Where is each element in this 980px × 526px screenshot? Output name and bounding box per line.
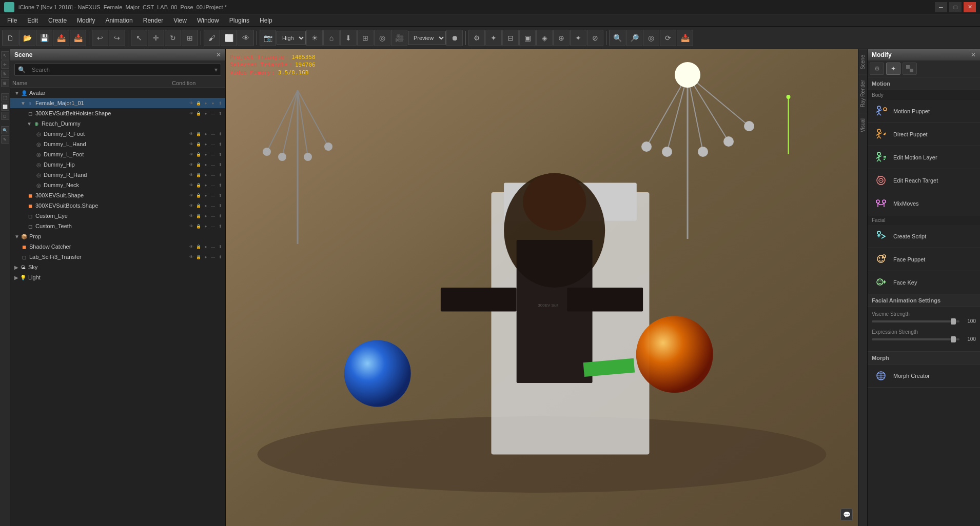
modify-tab-checkerboard[interactable] [903,63,917,75]
quality-dropdown[interactable]: High [277,31,306,45]
tree-boots-shape[interactable]: ◼ 300XEVSuitBoots.Shape 👁 🔒 ● — ⬆ [10,200,225,211]
direct-puppet-button[interactable]: Direct Puppet [868,123,980,146]
tree-lab-transfer[interactable]: ◻ Lab_SciFi3_Transfer 👁 🔒 ● — ⬆ [10,252,225,262]
tree-prop[interactable]: ▼ 📦 Prop [10,231,225,241]
tree-female-major[interactable]: ▼ ♀ Female_Major1_01 👁 🔒 ● ● ⬆ [10,98,225,108]
tab-visual[interactable]: Visual [858,113,867,137]
left-tool-8[interactable]: 🔍 [1,126,9,134]
left-tool-5[interactable]: ⬚ [1,93,9,102]
tree-light[interactable]: ▶ 💡 Light [10,272,225,282]
tree-arrow-reach[interactable]: ▼ [27,121,32,127]
tree-dummy-hip[interactable]: ◎ Dummy_Hip 👁 🔒 ● — ⬆ [10,159,225,170]
paint-button[interactable]: 🖌 [204,30,220,46]
extra5-button[interactable]: 📥 [677,30,693,46]
extra3-button[interactable]: ◎ [643,30,659,46]
anim4-button[interactable]: ▣ [519,30,536,46]
anim2-button[interactable]: ✦ [485,30,502,46]
tree-arrow-female[interactable]: ▼ [21,100,26,106]
morph-creator-button[interactable]: Morph Creator [868,365,980,388]
import-button[interactable]: 📥 [70,30,86,46]
menu-render[interactable]: Render [138,16,168,25]
select-button[interactable]: ↖ [131,30,147,46]
search-input[interactable] [28,65,214,74]
modify-tab-star[interactable]: ✦ [886,63,900,75]
viseme-slider-thumb[interactable] [951,318,956,325]
new-button[interactable]: 🗋 [2,30,18,46]
preview-dropdown[interactable]: Preview [408,31,446,45]
download-button[interactable]: ⬇ [340,30,357,46]
left-tool-7[interactable]: ◻ [1,112,9,120]
menu-view[interactable]: View [168,16,192,25]
export-button[interactable]: 📤 [53,30,69,46]
anim5-button[interactable]: ◈ [536,30,553,46]
tree-dummy-l-foot[interactable]: ◎ Dummy_L_Foot 👁 🔒 ● — ⬆ [10,149,225,159]
extra4-button[interactable]: ⟳ [660,30,676,46]
edit-reach-target-button[interactable]: Edit Reach Target [868,169,980,192]
texture-button[interactable]: 👁 [238,30,254,46]
tree-arrow-prop[interactable]: ▼ [14,234,19,239]
minimize-button[interactable]: ─ [935,2,947,12]
menu-edit[interactable]: Edit [22,16,43,25]
tree-dummy-l-hand[interactable]: ◎ Dummy_L_Hand 👁 🔒 ● — ⬆ [10,139,225,149]
tree-dummy-r-hand[interactable]: ◎ Dummy_R_Hand 👁 🔒 ● — ⬆ [10,170,225,180]
tree-dummy-neck[interactable]: ◎ Dummy_Neck 👁 🔒 ● — ⬆ [10,180,225,190]
anim7-button[interactable]: ✦ [570,30,586,46]
left-tool-3[interactable]: ↻ [1,70,9,78]
home-button[interactable]: ⌂ [323,30,340,46]
undo-button[interactable]: ↩ [92,30,108,46]
anim8-button[interactable]: ⊘ [587,30,603,46]
rotate-button[interactable]: ↻ [165,30,181,46]
tree-avatar[interactable]: ▼ 👤 Avatar [10,88,225,98]
menu-file[interactable]: File [2,16,22,25]
modify-tab-settings[interactable]: ⚙ [870,63,884,75]
expression-slider[interactable] [872,338,959,340]
camera-button[interactable]: 📷 [260,30,276,46]
tree-belt-holster[interactable]: ◻ 300XEVSuitBeltHolster.Shape 👁 🔒 ● — ⬆ [10,108,225,118]
viewport[interactable]: 300EV Suit Project Triangle： 1485358 Sel… [226,49,858,526]
anim3-button[interactable]: ⊟ [502,30,519,46]
left-tool-2[interactable]: ✛ [1,60,9,69]
create-script-button[interactable]: Create Script [868,225,980,248]
close-button[interactable]: ✕ [964,2,976,12]
redo-button[interactable]: ↪ [109,30,125,46]
tree-shadow-catcher[interactable]: ◼ Shadow Catcher 👁 🔒 ● — ⬆ [10,241,225,252]
anim1-button[interactable]: ⚙ [468,30,485,46]
lock-icon[interactable]: 🔒 [195,100,202,106]
tree-arrow-avatar[interactable]: ▼ [14,90,19,96]
face-puppet-button[interactable]: Face Puppet [868,248,980,271]
tree-arrow-light[interactable]: ▶ [14,275,18,280]
tree-arrow-sky[interactable]: ▶ [14,265,18,270]
save-button[interactable]: 💾 [36,30,52,46]
target-button[interactable]: ◎ [374,30,390,46]
export-icon[interactable]: ⬆ [217,100,223,106]
sun-button[interactable]: ☀ [306,30,323,46]
left-tool-4[interactable]: ⊞ [1,79,9,87]
open-button[interactable]: 📂 [19,30,35,46]
scale-button[interactable]: ⊞ [182,30,198,46]
expression-slider-thumb[interactable] [951,336,956,342]
wireframe-button[interactable]: ⬜ [221,30,237,46]
maximize-button[interactable]: □ [949,2,962,12]
tree-sky[interactable]: ▶ 🌤 Sky [10,262,225,272]
grid-button[interactable]: ⊞ [357,30,374,46]
face-key-button[interactable]: Face Key [868,271,980,294]
tree-custom-eye[interactable]: ◻ Custom_Eye 👁 🔒 ● — ⬆ [10,211,225,221]
tab-scene[interactable]: Scene [858,49,867,74]
vis-icon[interactable]: 👁 [188,100,194,106]
record-button[interactable]: ⏺ [446,30,463,46]
edit-motion-layer-button[interactable]: Edit Motion Layer [868,146,980,169]
modify-close-icon[interactable]: ✕ [971,51,976,58]
camera2-button[interactable]: 🎥 [391,30,407,46]
tab-ray-render[interactable]: Ray Render [858,74,867,112]
left-tool-6[interactable]: ⬜ [1,103,9,111]
menu-help[interactable]: Help [254,16,278,25]
mix-moves-button[interactable]: MixMoves [868,192,980,215]
menu-window[interactable]: Window [192,16,224,25]
anim6-button[interactable]: ⊕ [553,30,570,46]
extra1-button[interactable]: 🔍 [609,30,625,46]
menu-plugins[interactable]: Plugins [224,16,254,25]
menu-create[interactable]: Create [43,16,72,25]
scene-close-icon[interactable]: ✕ [216,51,221,58]
left-tool-1[interactable]: ↖ [1,51,9,59]
viewport-comment-icon[interactable]: 💬 [840,509,853,521]
